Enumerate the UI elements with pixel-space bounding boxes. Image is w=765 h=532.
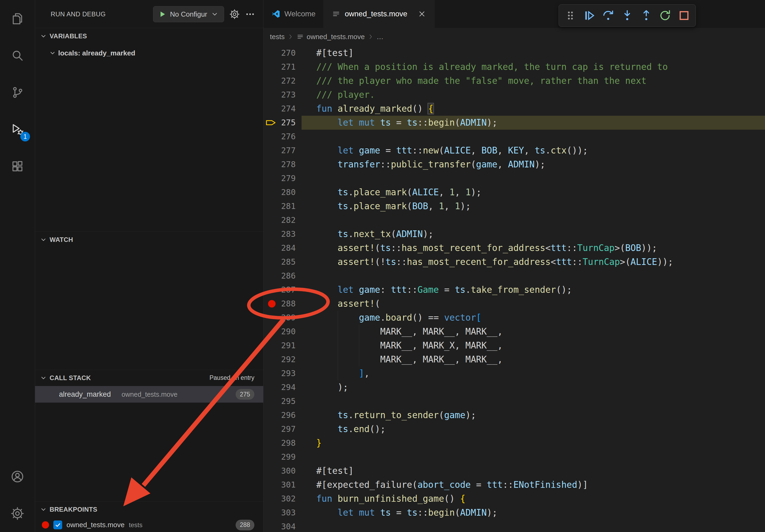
code-line[interactable]: 299 bbox=[264, 450, 765, 464]
code-line[interactable]: 276 bbox=[264, 130, 765, 143]
code-line-text[interactable]: /// the player who made the "false" move… bbox=[316, 74, 765, 88]
code-line-text[interactable]: fun burn_unfinished_game() { bbox=[316, 492, 765, 506]
code-line-text[interactable]: ts.next_tx(ADMIN); bbox=[316, 227, 765, 241]
code-line[interactable]: 288 assert!( bbox=[264, 297, 765, 311]
code-line-text[interactable]: let game = ttt::new(ALICE, BOB, KEY, ts.… bbox=[316, 143, 765, 157]
line-gutter[interactable]: 274 bbox=[264, 102, 316, 116]
line-gutter[interactable]: 275 bbox=[264, 116, 316, 130]
code-line-text[interactable]: MARK__, MARK__, MARK__, bbox=[316, 353, 765, 367]
tab-owned-tests-move[interactable]: owned_tests.move bbox=[324, 0, 434, 28]
code-line-text[interactable]: ts.return_to_sender(game); bbox=[316, 408, 765, 422]
activity-bar-item-source-control[interactable] bbox=[0, 74, 35, 111]
code-line[interactable]: 294 ); bbox=[264, 381, 765, 394]
line-gutter[interactable]: 296 bbox=[264, 408, 316, 422]
line-gutter[interactable]: 294 bbox=[264, 381, 316, 394]
code-line[interactable]: 287 let game: ttt::Game = ts.take_from_s… bbox=[264, 283, 765, 297]
line-gutter[interactable]: 299 bbox=[264, 450, 316, 464]
code-line[interactable]: 304 bbox=[264, 520, 765, 532]
code-line[interactable]: 285 assert!(!ts::has_most_recent_for_add… bbox=[264, 255, 765, 269]
code-line[interactable]: 293 ], bbox=[264, 367, 765, 381]
breadcrumb-item[interactable]: owned_tests.move bbox=[307, 33, 365, 41]
code-line-text[interactable]: ], bbox=[316, 367, 765, 381]
variables-section-header[interactable]: VARIABLES bbox=[35, 28, 263, 44]
code-line-text[interactable]: let game: ttt::Game = ts.take_from_sende… bbox=[316, 283, 765, 297]
line-gutter[interactable]: 291 bbox=[264, 339, 316, 353]
line-gutter[interactable]: 288 bbox=[264, 297, 316, 311]
code-line[interactable]: 271/// When a position is already marked… bbox=[264, 60, 765, 74]
code-line[interactable]: 301#[expected_failure(abort_code = ttt::… bbox=[264, 478, 765, 492]
code-line-text[interactable]: #[test] bbox=[316, 464, 765, 478]
debug-toolbar-gripper-button[interactable] bbox=[563, 8, 578, 23]
code-line-text[interactable] bbox=[316, 450, 765, 464]
breakpoint-list-item[interactable]: owned_tests.move tests 288 bbox=[35, 518, 263, 532]
line-gutter[interactable]: 295 bbox=[264, 394, 316, 408]
line-gutter[interactable]: 287 bbox=[264, 283, 316, 297]
line-gutter[interactable]: 271 bbox=[264, 60, 316, 74]
code-line-text[interactable]: #[test] bbox=[316, 46, 765, 60]
activity-bar-item-explorer[interactable] bbox=[0, 0, 35, 37]
code-line[interactable]: 302fun burn_unfinished_game() { bbox=[264, 492, 765, 506]
code-line[interactable]: 292 MARK__, MARK__, MARK__, bbox=[264, 353, 765, 367]
line-gutter[interactable]: 282 bbox=[264, 213, 316, 227]
call-stack-section-header[interactable]: CALL STACK Paused on entry bbox=[35, 370, 263, 386]
code-line-text[interactable]: transfer::public_transfer(game, ADMIN); bbox=[316, 157, 765, 171]
debug-step-over-button[interactable] bbox=[600, 8, 616, 23]
line-gutter[interactable]: 293 bbox=[264, 367, 316, 381]
code-line[interactable]: 296 ts.return_to_sender(game); bbox=[264, 408, 765, 422]
code-line-text[interactable] bbox=[316, 171, 765, 185]
line-gutter[interactable]: 281 bbox=[264, 199, 316, 213]
line-gutter[interactable]: 297 bbox=[264, 422, 316, 436]
code-line[interactable]: 277 let game = ttt::new(ALICE, BOB, KEY,… bbox=[264, 143, 765, 157]
line-gutter[interactable]: 302 bbox=[264, 492, 316, 506]
more-actions-icon[interactable] bbox=[245, 9, 255, 19]
line-gutter[interactable]: 298 bbox=[264, 436, 316, 450]
line-gutter[interactable]: 278 bbox=[264, 157, 316, 171]
call-stack-frame-row[interactable]: already_marked owned_tests.move 275 bbox=[35, 386, 263, 402]
code-line[interactable]: 284 assert!(ts::has_most_recent_for_addr… bbox=[264, 241, 765, 255]
line-gutter[interactable]: 286 bbox=[264, 269, 316, 283]
code-line-text[interactable]: ); bbox=[316, 381, 765, 394]
debug-continue-button[interactable] bbox=[582, 8, 597, 23]
code-line[interactable]: 289 game.board() == vector[ bbox=[264, 311, 765, 325]
debug-restart-button[interactable] bbox=[657, 8, 673, 23]
breakpoint-dot[interactable] bbox=[268, 300, 276, 308]
code-line[interactable]: 272/// the player who made the "false" m… bbox=[264, 74, 765, 88]
line-gutter[interactable]: 285 bbox=[264, 255, 316, 269]
breakpoint-checkbox[interactable] bbox=[53, 520, 62, 529]
code-line[interactable]: 291 MARK__, MARK_X, MARK__, bbox=[264, 339, 765, 353]
activity-bar-item-settings[interactable] bbox=[0, 495, 35, 532]
line-gutter[interactable]: 289 bbox=[264, 311, 316, 325]
code-line[interactable]: 275 let mut ts = ts::begin(ADMIN); bbox=[264, 116, 765, 130]
code-line[interactable]: 273/// player. bbox=[264, 88, 765, 102]
code-line[interactable]: 280 ts.place_mark(ALICE, 1, 1); bbox=[264, 185, 765, 199]
debug-step-out-button[interactable] bbox=[638, 8, 654, 23]
line-gutter[interactable]: 277 bbox=[264, 143, 316, 157]
activity-bar-item-accounts[interactable] bbox=[0, 458, 35, 495]
code-line[interactable]: 278 transfer::public_transfer(game, ADMI… bbox=[264, 157, 765, 171]
code-line-text[interactable]: MARK__, MARK__, MARK__, bbox=[316, 325, 765, 339]
debug-toolbar[interactable] bbox=[559, 4, 696, 27]
gear-icon[interactable] bbox=[230, 9, 240, 19]
code-line[interactable]: 286 bbox=[264, 269, 765, 283]
code-line[interactable]: 281 ts.place_mark(BOB, 1, 1); bbox=[264, 199, 765, 213]
code-line-text[interactable]: assert!(ts::has_most_recent_for_address<… bbox=[316, 241, 765, 255]
line-gutter[interactable]: 279 bbox=[264, 171, 316, 185]
code-line[interactable]: 303 let mut ts = ts::begin(ADMIN); bbox=[264, 506, 765, 520]
line-gutter[interactable]: 270 bbox=[264, 46, 316, 60]
code-line-text[interactable]: MARK__, MARK_X, MARK__, bbox=[316, 339, 765, 353]
code-line-text[interactable]: fun already_marked() { bbox=[316, 102, 765, 116]
code-line-text[interactable] bbox=[316, 130, 765, 143]
code-line-text[interactable] bbox=[316, 520, 765, 532]
code-line-text[interactable]: } bbox=[316, 436, 765, 450]
watch-section-header[interactable]: WATCH bbox=[35, 231, 263, 247]
code-line[interactable]: 274fun already_marked() { bbox=[264, 102, 765, 116]
code-line[interactable]: 300#[test] bbox=[264, 464, 765, 478]
code-line-text[interactable]: ts.end(); bbox=[316, 422, 765, 436]
code-line-text[interactable] bbox=[316, 213, 765, 227]
code-line[interactable]: 295 bbox=[264, 394, 765, 408]
breadcrumb-item[interactable]: … bbox=[377, 33, 383, 41]
code-line-text[interactable]: assert!( bbox=[316, 297, 765, 311]
code-line-text[interactable]: #[expected_failure(abort_code = ttt::ENo… bbox=[316, 478, 765, 492]
line-gutter[interactable]: 280 bbox=[264, 185, 316, 199]
code-line-text[interactable] bbox=[316, 394, 765, 408]
